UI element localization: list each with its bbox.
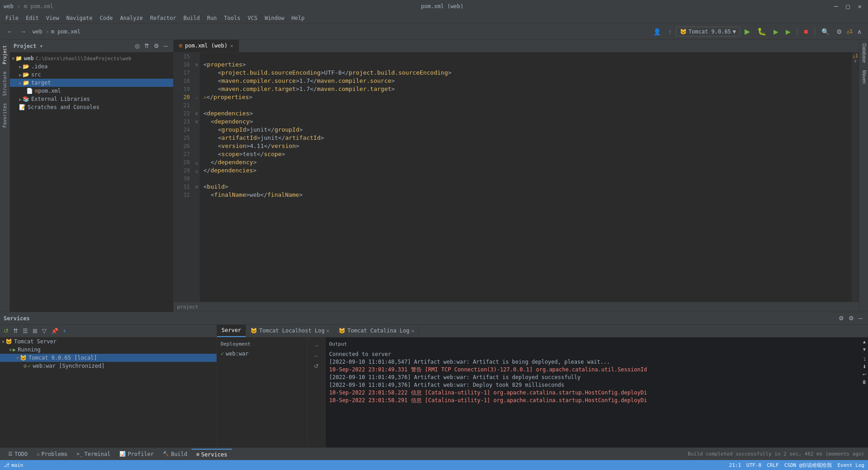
svc-pin-button[interactable]: 📌 xyxy=(49,327,60,335)
sidebar-tab-structure[interactable]: Structure xyxy=(1,68,9,100)
deploy-remove-button[interactable]: ← xyxy=(311,351,321,360)
toolbar-forward-button[interactable]: → xyxy=(17,27,29,37)
svc-tab-catalina-close[interactable]: ✕ xyxy=(411,328,415,334)
search-everywhere-button[interactable]: 🔍 xyxy=(819,27,832,37)
run-button[interactable]: ▶ xyxy=(742,26,753,37)
clear-output-button[interactable]: 🗑 xyxy=(860,379,868,385)
expand-arrow-libs[interactable]: ▶ xyxy=(19,97,22,102)
scroll-down-button[interactable]: ▼ xyxy=(860,346,868,353)
svc-item-running[interactable]: ▼ ▶ Running xyxy=(0,346,217,354)
svc-item-tomcat-local[interactable]: ▼ 🐱 Tomcat 9.0.65 [local] xyxy=(0,354,217,362)
toolbar-back-button[interactable]: ← xyxy=(4,27,15,37)
tree-item-pom[interactable]: 📄 m pom.xml xyxy=(10,87,173,95)
svc-tab-localhost-log[interactable]: 🐱 Tomcat Localhost Log ✕ xyxy=(246,325,334,337)
services-settings-button[interactable]: ⚙ xyxy=(837,314,846,323)
services-minimize-button[interactable]: ─ xyxy=(857,314,864,323)
expand-icon[interactable]: ∨ xyxy=(854,58,857,63)
tree-item-external-libs[interactable]: ▶ 📚 External Libraries xyxy=(10,95,173,103)
svc-collapse-button[interactable]: ⇈ xyxy=(11,327,20,335)
scroll-up-button[interactable]: ▲ xyxy=(860,338,868,345)
menu-analyze[interactable]: Analyze xyxy=(116,14,146,22)
code-content[interactable]: <properties> <project.build.sourceEncodi… xyxy=(200,52,852,302)
bottom-tab-todo[interactable]: ☰ TODO xyxy=(4,449,32,460)
bottom-tab-services[interactable]: ⚙ Services xyxy=(192,449,231,460)
coverage-button[interactable]: ▶ xyxy=(771,27,781,37)
fold-properties[interactable]: ▽ xyxy=(193,61,200,69)
minimize-button[interactable]: ─ xyxy=(831,2,840,11)
editor-tab-pom[interactable]: m pom.xml (web) ✕ xyxy=(174,40,239,52)
fold-dependencies-close[interactable]: △ xyxy=(193,166,200,175)
fold-dependency[interactable]: ▽ xyxy=(193,118,200,126)
menu-code[interactable]: Code xyxy=(96,14,117,22)
expand-tomcat-server[interactable]: ▼ xyxy=(2,339,5,344)
tree-item-idea[interactable]: ▶ 📂 .idea xyxy=(10,62,173,71)
tab-close-pom[interactable]: ✕ xyxy=(230,43,233,49)
bottom-tab-problems[interactable]: ⚠ Problems xyxy=(32,449,72,460)
panel-settings-button[interactable]: ⚙ xyxy=(152,42,161,50)
expand-arrow-src[interactable]: ▶ xyxy=(19,72,22,77)
menu-build[interactable]: Build xyxy=(180,14,203,22)
collapse-all-button[interactable]: ⇈ xyxy=(142,42,151,50)
deploy-refresh-button[interactable]: ↺ xyxy=(312,362,321,370)
deploy-add-button[interactable]: → xyxy=(311,341,321,350)
menu-refactor[interactable]: Refactor xyxy=(146,14,180,22)
project-panel-title[interactable]: Project ▾ xyxy=(14,43,43,49)
menu-tools[interactable]: Tools xyxy=(221,14,244,22)
expand-arrow-idea[interactable]: ▶ xyxy=(19,64,22,69)
locate-file-button[interactable]: ◎ xyxy=(133,42,142,50)
menu-vcs[interactable]: VCS xyxy=(244,14,261,22)
maximize-button[interactable]: □ xyxy=(843,2,852,11)
soft-wrap-button[interactable]: ↩ xyxy=(861,371,868,378)
tree-item-target[interactable]: ▶ 📁 target xyxy=(10,79,173,87)
expand-arrow-web[interactable]: ▼ xyxy=(12,56,14,61)
profile-run-button[interactable]: ▶ xyxy=(783,27,793,37)
expand-tomcat-local[interactable]: ▼ xyxy=(16,356,19,361)
update-button[interactable]: ↑ xyxy=(665,27,674,37)
panel-close-button[interactable]: ─ xyxy=(162,42,170,50)
svc-tab-server[interactable]: Server xyxy=(217,325,246,337)
svc-item-webwar[interactable]: ⚙ ✓ web:war [Synchronized] xyxy=(0,362,217,370)
close-button[interactable]: ✕ xyxy=(855,2,864,11)
svc-item-tomcat-server[interactable]: ▼ 🐱 Tomcat Server xyxy=(0,337,217,346)
svc-tab-localhost-close[interactable]: ✕ xyxy=(326,328,330,334)
sidebar-tab-favorites[interactable]: Favorites xyxy=(1,100,9,131)
menu-navigate[interactable]: Navigate xyxy=(63,14,96,22)
tree-item-src[interactable]: ▶ 📂 src xyxy=(10,71,173,79)
expand-notifications-button[interactable]: ∧ xyxy=(854,27,864,37)
svc-rerun-button[interactable]: ↺ xyxy=(2,327,10,335)
menu-view[interactable]: View xyxy=(42,14,63,22)
expand-arrow-target[interactable]: ▶ xyxy=(19,81,22,85)
fold-dependency-close[interactable]: △ xyxy=(193,158,200,166)
right-tab-maven[interactable]: Maven xyxy=(859,66,868,87)
tree-item-scratches[interactable]: 📝 Scratches and Consoles xyxy=(10,103,173,111)
fold-dependencies[interactable]: ▽ xyxy=(193,109,200,118)
menu-window[interactable]: Window xyxy=(261,14,288,22)
services-gear-button[interactable]: ⚙ xyxy=(847,314,856,323)
menu-edit[interactable]: Edit xyxy=(22,14,42,22)
expand-running[interactable]: ▼ xyxy=(9,347,12,352)
svc-filter2-button[interactable]: ▽ xyxy=(40,327,48,335)
profile-button[interactable]: 👤 xyxy=(651,27,664,37)
scroll-line-down-button[interactable]: ⤵ xyxy=(862,356,868,362)
bottom-tab-terminal[interactable]: >_ Terminal xyxy=(72,449,115,460)
debug-button[interactable]: 🐛 xyxy=(755,26,769,37)
menu-run[interactable]: Run xyxy=(203,14,221,22)
tree-item-web[interactable]: ▼ 📁 web C:\Users\zhaoll\IdeaProjects\web xyxy=(10,54,173,62)
svc-add-button[interactable]: + xyxy=(61,327,68,335)
bottom-tab-build[interactable]: 🔨 Build xyxy=(158,449,192,460)
svc-filter-button[interactable]: ☰ xyxy=(21,327,30,335)
event-log-label[interactable]: Event Log xyxy=(837,462,864,468)
svc-group-button[interactable]: ⊞ xyxy=(31,327,39,335)
scroll-to-end-button[interactable]: ⬇ xyxy=(861,363,868,370)
settings-button[interactable]: ⚙ xyxy=(834,27,845,37)
right-tab-database[interactable]: Database xyxy=(859,40,868,66)
cursor-position[interactable]: 21:1 xyxy=(729,462,741,468)
menu-file[interactable]: File xyxy=(2,14,22,22)
sidebar-tab-project[interactable]: Project xyxy=(1,42,9,68)
bottom-tab-profiler[interactable]: 📊 Profiler xyxy=(115,449,158,460)
tomcat-selector[interactable]: 🐱 Tomcat 9.0.65 ▼ xyxy=(676,27,740,37)
fold-build[interactable]: ▽ xyxy=(193,183,200,191)
menu-help[interactable]: Help xyxy=(288,14,308,22)
stop-button[interactable]: ■ xyxy=(801,26,811,37)
svc-tab-catalina-log[interactable]: 🐱 Tomcat Catalina Log ✕ xyxy=(334,325,419,337)
